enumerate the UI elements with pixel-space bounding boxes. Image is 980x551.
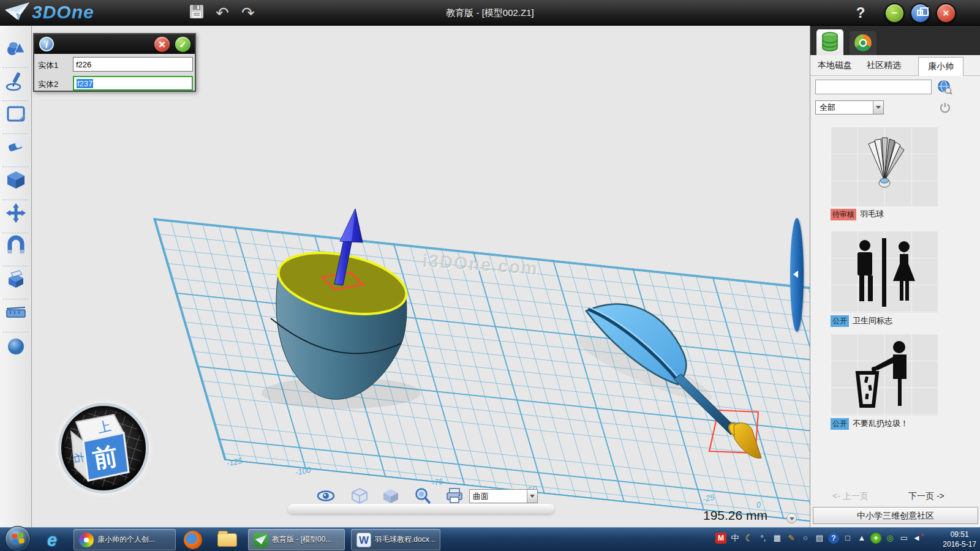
dropdown-arrow-button[interactable] — [527, 490, 537, 503]
tab-community-featured[interactable]: 社区精选 — [867, 60, 901, 71]
keyboard-tray-icon[interactable]: ▦ — [772, 533, 783, 544]
refresh-power-button[interactable] — [939, 102, 951, 114]
wireframe-view-button[interactable] — [350, 487, 369, 505]
undo-button[interactable]: ↶ — [213, 4, 232, 22]
globe-search-icon — [937, 79, 952, 95]
entity1-field[interactable] — [73, 57, 193, 72]
feather-solid[interactable] — [586, 304, 761, 459]
document-tray-icon[interactable]: ▤ — [814, 533, 825, 544]
view-cube-widget[interactable]: 上 右 前 — [58, 403, 149, 493]
cube-icon — [5, 169, 27, 191]
toolbar-item-move[interactable] — [5, 202, 27, 224]
render-mode-value: 曲面 — [473, 492, 489, 501]
firefox-icon[interactable] — [184, 531, 202, 549]
panel-tab-strip — [810, 26, 980, 55]
minimize-button[interactable]: − — [884, 3, 905, 23]
search-input[interactable] — [815, 80, 932, 94]
model-name: 卫生间标志 — [853, 316, 892, 325]
zoom-button[interactable] — [413, 487, 432, 505]
feather-stem — [674, 374, 737, 435]
community-site-button[interactable]: 中小学三维创意社区 — [813, 507, 978, 524]
redo-button[interactable]: ↷ — [239, 4, 257, 22]
dialog-cancel-button[interactable]: ✕ — [154, 37, 170, 52]
toolbar-item-magnet[interactable] — [5, 235, 27, 257]
toolbar-item-eraser[interactable] — [5, 136, 27, 158]
model-item-no-littering[interactable] — [831, 334, 938, 416]
task-label: 康小帅的个人创... — [97, 534, 155, 545]
toolbar-item-sketch[interactable] — [5, 70, 27, 92]
search-tray-icon[interactable]: ○ — [800, 533, 811, 544]
network-tray-icon[interactable]: ▭ — [899, 533, 910, 544]
volume-muted-tray-icon[interactable]: ◄ — [913, 533, 924, 544]
community-logo-icon — [850, 31, 876, 55]
entity2-field[interactable]: f237 — [73, 76, 193, 91]
model-item-restroom-sign[interactable] — [831, 231, 938, 313]
toolbar-item-primitives[interactable] — [5, 37, 27, 59]
close-button[interactable]: × — [936, 3, 956, 23]
help-button[interactable]: ? — [851, 2, 870, 23]
explorer-folder-icon[interactable] — [217, 533, 237, 547]
dropdown-arrow-button[interactable] — [873, 101, 883, 114]
model-item-shuttlecock[interactable] — [831, 127, 938, 206]
prev-page-button[interactable]: <- 上一页 — [832, 491, 869, 502]
community-tab[interactable] — [850, 31, 876, 55]
3d-viewport[interactable]: -125 -100 -75 -50 -25 0 i3DOne.com — [32, 26, 810, 527]
internet-explorer-icon[interactable]: e — [43, 531, 61, 549]
toolbar-item-measure[interactable] — [5, 301, 27, 323]
toolbar-separator — [2, 299, 28, 299]
start-button[interactable] — [5, 526, 31, 551]
tab-local-disk[interactable]: 本地磁盘 — [818, 60, 852, 71]
window-tray-icon[interactable]: □ — [842, 533, 853, 544]
tab-user-kangxiaoshuai[interactable]: 康小帅 — [918, 57, 963, 76]
toolbar-separator — [2, 200, 28, 200]
moon-tray-icon[interactable]: ☾ — [744, 533, 755, 544]
browser-pinwheel-icon — [79, 533, 94, 547]
antivirus-tray-icon[interactable]: + — [870, 533, 881, 544]
library-tab[interactable] — [816, 29, 843, 55]
toolbar-item-feature[interactable] — [5, 169, 27, 191]
entity1-row: 实体1 — [34, 55, 195, 74]
toolbar-item-material[interactable] — [5, 335, 27, 358]
ruler-icon — [5, 301, 27, 323]
ime-tray-icon[interactable]: 中 — [729, 533, 741, 544]
dialog-ok-button[interactable]: ✓ — [175, 37, 190, 52]
panel-collapse-handle[interactable] — [790, 218, 804, 332]
task-word-document[interactable]: W 羽毛球教程.docx ... — [351, 529, 440, 550]
window-title: 教育版 - [模型002.Z1] — [0, 0, 980, 26]
dialog-header[interactable]: i ✕ ✓ — [34, 34, 195, 54]
no-littering-thumbnail — [831, 334, 938, 416]
filter-value: 全部 — [820, 103, 835, 112]
view-cube[interactable]: 上 右 前 — [61, 406, 146, 490]
3done-app-icon — [254, 533, 268, 547]
shield-tray-icon[interactable]: ◎ — [884, 533, 895, 544]
save-button[interactable] — [187, 4, 206, 22]
chevron-down-icon — [530, 495, 535, 498]
primitives-icon — [5, 37, 27, 59]
toolbar-item-sketch-edit[interactable] — [5, 103, 27, 125]
maxthon-tray-icon[interactable]: M — [715, 533, 726, 544]
print-button[interactable] — [445, 487, 464, 505]
render-mode-dropdown[interactable]: 曲面 — [469, 489, 538, 503]
restore-button[interactable] — [910, 3, 930, 23]
clock[interactable]: 09:51 2016-5-17 — [943, 530, 976, 549]
category-filter-dropdown[interactable]: 全部 — [815, 100, 884, 114]
entity2-row: 实体2 f237 — [34, 74, 195, 93]
shaded-view-button[interactable] — [382, 487, 400, 505]
printer-icon — [445, 487, 464, 505]
dimension-expander[interactable] — [786, 513, 797, 523]
pen-tool-tray-icon[interactable]: ✎ — [786, 533, 797, 544]
search-button[interactable] — [937, 79, 952, 95]
visibility-button[interactable] — [317, 487, 335, 505]
toolbar-item-combine[interactable] — [5, 268, 27, 290]
task-3done[interactable]: 教育版 - [模型00... — [248, 529, 345, 550]
magnifier-icon — [413, 487, 432, 505]
punctuation-tray-icon[interactable]: °, — [758, 533, 769, 544]
community-panel: 本地磁盘 社区精选 康小帅 全部 — [810, 26, 980, 527]
help-tray-icon[interactable]: ? — [828, 533, 839, 544]
next-page-button[interactable]: 下一页 -> — [908, 491, 944, 502]
save-icon — [189, 4, 205, 20]
task-browser-profile[interactable]: 康小帅的个人创... — [74, 529, 176, 550]
show-hidden-icons-button[interactable]: ▲ — [856, 533, 867, 544]
chevron-left-icon — [793, 271, 798, 278]
paper-plane-logo-icon — [4, 1, 32, 23]
